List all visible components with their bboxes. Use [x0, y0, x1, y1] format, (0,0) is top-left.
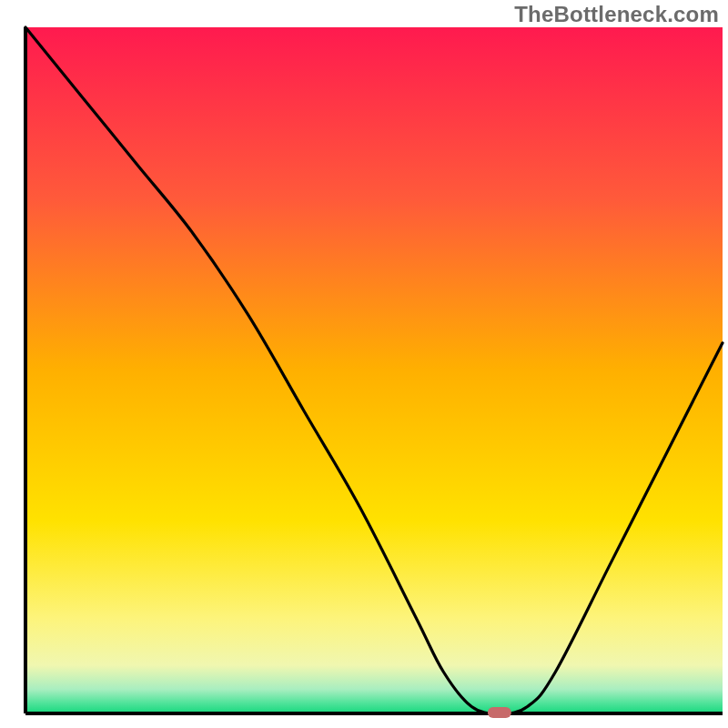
optimal-marker	[488, 707, 511, 718]
watermark-text: TheBottleneck.com	[514, 2, 719, 27]
chart-container: TheBottleneck.com	[0, 0, 728, 728]
bottleneck-chart	[0, 0, 728, 728]
plot-background	[25, 27, 723, 713]
